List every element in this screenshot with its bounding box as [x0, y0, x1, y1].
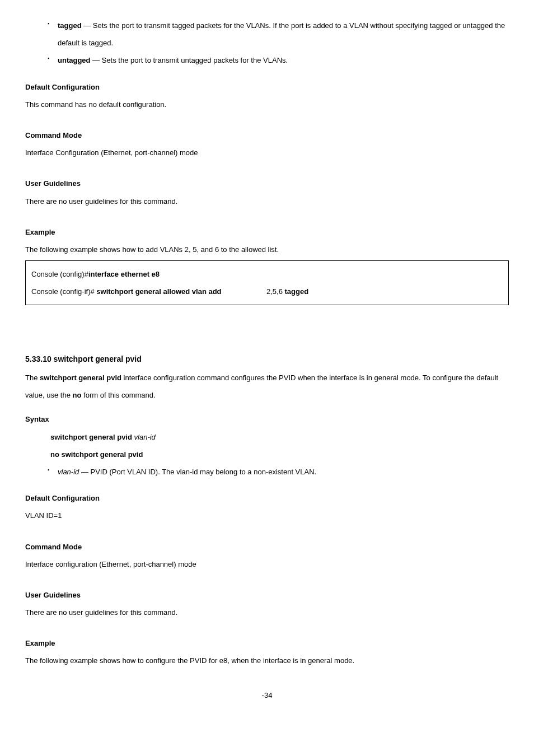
- heading-user-guidelines: User Guidelines: [25, 175, 509, 192]
- default-config-text: This command has no default configuratio…: [25, 96, 509, 113]
- code-line-2: Console (config-if)# switchport general …: [31, 283, 503, 300]
- syntax-line-1: switchport general pvid vlan-id: [25, 428, 509, 446]
- bullet-untagged: untagged — Sets the port to transmit unt…: [48, 52, 509, 69]
- heading-default-config: Default Configuration: [25, 78, 509, 96]
- heading-user-guidelines-2: User Guidelines: [25, 586, 509, 604]
- desc-c: form of this command.: [81, 391, 155, 399]
- code-line2-ids: 2,5,6: [266, 287, 285, 296]
- keyword-tagged: tagged: [58, 21, 82, 30]
- code-line1-cmd: interface ethernet e8: [88, 265, 160, 283]
- desc-no: no: [73, 391, 82, 399]
- bullet-untagged-text: — Sets the port to transmit untagged pac…: [91, 56, 288, 64]
- bullet-tagged-text: — Sets the port to transmit tagged packe…: [58, 21, 505, 47]
- command-mode-text: Interface Configuration (Ethernet, port-…: [25, 144, 509, 161]
- command-mode-text-2: Interface configuration (Ethernet, port-…: [25, 556, 509, 573]
- example-intro-text: The following example shows how to add V…: [25, 241, 509, 258]
- bullet-vlan-id-text: — PVID (Port VLAN ID). The vlan-id may b…: [79, 468, 316, 476]
- syntax-line-2: no switchport general pvid: [25, 446, 509, 463]
- code-line1-prompt: Console (config)#: [31, 265, 88, 283]
- heading-command-mode-2: Command Mode: [25, 538, 509, 556]
- heading-example-2: Example: [25, 634, 509, 652]
- heading-default-config-2: Default Configuration: [25, 489, 509, 507]
- code-line2-cmd-b: tagged: [285, 287, 309, 296]
- keyword-vlan-id: vlan-id: [58, 468, 79, 476]
- heading-example: Example: [25, 223, 509, 241]
- example-intro-text-2: The following example shows how to confi…: [25, 652, 509, 669]
- code-line2-prompt: Console (config-if)#: [31, 287, 96, 296]
- document-page: tagged — Sets the port to transmit tagge…: [0, 0, 534, 715]
- example-code-box: Console (config)# interface ethernet e8 …: [25, 260, 509, 305]
- desc-cmd: switchport general pvid: [40, 374, 121, 382]
- section-description: The switchport general pvid interface co…: [25, 369, 509, 404]
- code-line2-cmd-a: switchport general allowed vlan add: [96, 287, 221, 296]
- keyword-untagged: untagged: [58, 56, 91, 64]
- code-line-1: Console (config)# interface ethernet e8: [31, 265, 503, 283]
- heading-syntax: Syntax: [25, 410, 509, 428]
- section-title: 5.33.10 switchport general pvid: [25, 350, 509, 369]
- syntax1-cmd: switchport general pvid: [50, 433, 134, 441]
- syntax-bullets: vlan-id — PVID (Port VLAN ID). The vlan-…: [25, 463, 509, 480]
- bullet-tagged: tagged — Sets the port to transmit tagge…: [48, 17, 509, 52]
- syntax1-arg: vlan-id: [134, 433, 156, 441]
- desc-a: The: [25, 374, 40, 382]
- bullet-vlan-id: vlan-id — PVID (Port VLAN ID). The vlan-…: [48, 463, 509, 480]
- parameter-bullets: tagged — Sets the port to transmit tagge…: [25, 17, 509, 69]
- default-config-text-2: VLAN ID=1: [25, 507, 509, 524]
- user-guidelines-text: There are no user guidelines for this co…: [25, 193, 509, 210]
- page-number: -34: [25, 670, 509, 704]
- user-guidelines-text-2: There are no user guidelines for this co…: [25, 604, 509, 621]
- heading-command-mode: Command Mode: [25, 127, 509, 144]
